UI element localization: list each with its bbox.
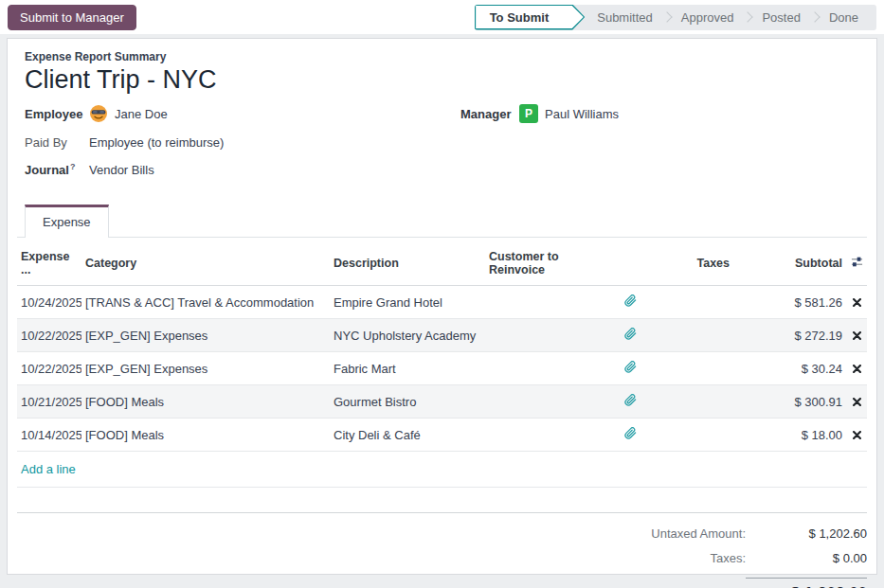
employee-value[interactable]: Jane Doe: [115, 107, 168, 121]
page-title[interactable]: Client Trip - NYC: [17, 63, 867, 104]
delete-line-cell: [846, 385, 867, 419]
delete-line-cell: [846, 419, 867, 452]
status-step-done[interactable]: Done: [817, 5, 871, 30]
paid-by-value[interactable]: Employee (to reimburse): [89, 135, 224, 150]
description-cell[interactable]: City Deli & Café: [330, 419, 485, 452]
field-column-right: Manager P Paul Williams: [460, 104, 619, 189]
attachment-cell: [608, 286, 652, 319]
tab-expense[interactable]: Expense: [25, 205, 109, 238]
paperclip-icon[interactable]: [624, 361, 637, 373]
status-step-approved[interactable]: Approved: [669, 5, 747, 30]
journal-value[interactable]: Vendor Bills: [89, 163, 154, 177]
category-cell[interactable]: [TRANS & ACC] Travel & Accommodation: [81, 286, 330, 319]
col-header-category[interactable]: Category: [81, 241, 330, 286]
status-step-posted[interactable]: Posted: [749, 5, 812, 30]
expense-date-cell[interactable]: 10/24/2025: [17, 286, 81, 319]
status-step-label: Submitted: [585, 10, 665, 25]
taxes-cell[interactable]: [652, 419, 733, 452]
subtotal-cell[interactable]: $ 18.00: [733, 419, 846, 452]
description-cell[interactable]: NYC Upholstery Academy: [330, 319, 485, 352]
attachment-cell: [608, 319, 652, 352]
paid-by-label: Paid By: [25, 135, 89, 150]
category-cell[interactable]: [EXP_GEN] Expenses: [81, 319, 330, 352]
journal-label: Journal?: [25, 162, 89, 177]
x-delete-icon[interactable]: [853, 398, 861, 406]
subtotal-cell[interactable]: $ 300.91: [733, 385, 846, 419]
employee-label: Employee: [25, 107, 89, 121]
description-cell[interactable]: Empire Grand Hotel: [330, 286, 485, 319]
description-cell[interactable]: Fabric Mart: [330, 352, 485, 385]
x-delete-icon[interactable]: [853, 331, 861, 340]
expense-date-cell[interactable]: 10/22/2025: [17, 319, 81, 352]
subtotal-cell[interactable]: $ 30.24: [733, 352, 846, 385]
col-header-attachment: [608, 241, 652, 286]
expense-line-row[interactable]: 10/14/2025 [FOOD] Meals City Deli & Café…: [17, 419, 867, 452]
expense-line-row[interactable]: 10/24/2025 [TRANS & ACC] Travel & Accomm…: [17, 286, 867, 319]
help-icon[interactable]: ?: [70, 162, 76, 171]
category-cell[interactable]: [FOOD] Meals: [81, 385, 330, 419]
manager-avatar: P: [519, 104, 538, 123]
expense-line-row[interactable]: 10/22/2025 [EXP_GEN] Expenses NYC Uphols…: [17, 319, 867, 352]
taxes-cell[interactable]: [652, 319, 733, 352]
taxes-cell[interactable]: [652, 286, 733, 319]
x-delete-icon[interactable]: [853, 298, 861, 307]
col-header-description[interactable]: Description: [330, 241, 485, 286]
paperclip-icon[interactable]: [624, 427, 637, 439]
optional-columns-toggle[interactable]: [846, 241, 867, 286]
paperclip-icon[interactable]: [624, 294, 637, 307]
customer-to-reinvoice-cell[interactable]: [485, 319, 608, 352]
expense-date-cell[interactable]: 10/21/2025: [17, 385, 81, 419]
field-manager: Manager P Paul Williams: [460, 104, 619, 123]
col-header-customer[interactable]: Customer to Reinvoice: [485, 241, 608, 286]
delete-line-cell: [846, 286, 867, 319]
add-line-row: Add a line: [17, 451, 867, 488]
status-step-submitted[interactable]: Submitted: [585, 5, 665, 30]
category-cell[interactable]: [EXP_GEN] Expenses: [81, 352, 330, 385]
add-a-line-link[interactable]: Add a line: [21, 462, 76, 476]
field-column-left: Employee Jane Doe Paid By Employee (to r…: [25, 104, 460, 189]
taxes-cell[interactable]: [652, 352, 733, 385]
field-group: Employee Jane Doe Paid By Employee (to r…: [17, 104, 867, 189]
taxes-value: $ 0.00: [746, 551, 867, 565]
top-action-bar: Submit to Manager To Submit Submitted Ap…: [0, 0, 884, 34]
category-cell[interactable]: [FOOD] Meals: [81, 419, 330, 452]
untaxed-amount-value: $ 1,202.60: [746, 526, 867, 541]
taxes-cell[interactable]: [652, 385, 733, 419]
field-paid-by: Paid By Employee (to reimburse): [25, 135, 460, 150]
expense-report-screen: Submit to Manager To Submit Submitted Ap…: [0, 0, 884, 588]
total-value: $ 1,202.60: [746, 578, 867, 588]
submit-to-manager-button[interactable]: Submit to Manager: [8, 5, 136, 30]
subtotal-cell[interactable]: $ 272.19: [733, 319, 846, 352]
customer-to-reinvoice-cell[interactable]: [485, 385, 608, 419]
field-employee: Employee Jane Doe: [25, 104, 460, 123]
status-step-label: Done: [817, 10, 871, 25]
customer-to-reinvoice-cell[interactable]: [485, 286, 608, 319]
col-header-expense-date[interactable]: Expense ...: [17, 241, 81, 286]
paperclip-icon[interactable]: [624, 328, 637, 340]
status-step-to-submit[interactable]: To Submit: [475, 5, 586, 30]
taxes-label: Taxes:: [594, 551, 746, 565]
customer-to-reinvoice-cell[interactable]: [485, 352, 608, 385]
expense-date-cell[interactable]: 10/14/2025: [17, 419, 81, 452]
x-delete-icon[interactable]: [853, 431, 861, 439]
paperclip-icon[interactable]: [624, 394, 637, 406]
total-row: Total: $ 1,202.60: [594, 576, 867, 588]
status-step-label: To Submit: [475, 10, 565, 25]
notebook-tabs: Expense: [17, 205, 867, 238]
manager-value[interactable]: Paul Williams: [545, 107, 619, 121]
attachment-cell: [608, 352, 652, 385]
expense-lines-table: Expense ... Category Description Custome…: [17, 241, 867, 451]
description-cell[interactable]: Gourmet Bistro: [330, 385, 485, 419]
col-header-subtotal[interactable]: Subtotal: [733, 241, 846, 286]
field-journal: Journal? Vendor Bills: [25, 162, 460, 177]
untaxed-amount-row: Untaxed Amount: $ 1,202.60: [594, 526, 867, 541]
expense-date-cell[interactable]: 10/22/2025: [17, 352, 81, 385]
manager-label: Manager: [460, 107, 519, 121]
subtotal-cell[interactable]: $ 581.26: [733, 286, 846, 319]
x-delete-icon[interactable]: [853, 365, 861, 373]
expense-line-row[interactable]: 10/22/2025 [EXP_GEN] Expenses Fabric Mar…: [17, 352, 867, 385]
col-header-taxes[interactable]: Taxes: [652, 241, 733, 286]
customer-to-reinvoice-cell[interactable]: [485, 419, 608, 452]
status-step-label: Posted: [749, 10, 812, 25]
expense-line-row[interactable]: 10/21/2025 [FOOD] Meals Gourmet Bistro $…: [17, 385, 867, 419]
